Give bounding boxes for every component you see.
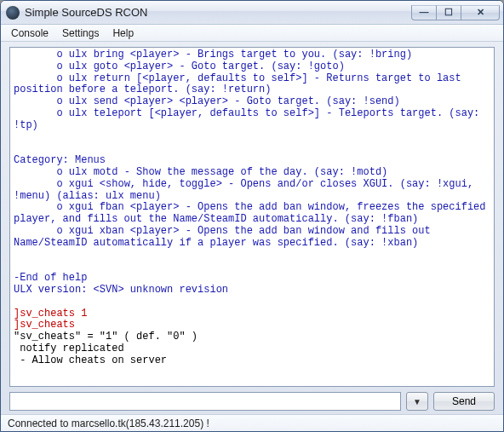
menu-settings[interactable]: Settings bbox=[55, 26, 106, 41]
console-line: o ulx bring <player> - Brings target to … bbox=[14, 49, 490, 61]
console-line bbox=[14, 367, 490, 379]
history-dropdown-button[interactable]: ▼ bbox=[406, 392, 428, 411]
console-line: o ulx motd - Show the message of the day… bbox=[14, 167, 490, 179]
console-line: o xgui <show, hide, toggle> - Opens and/… bbox=[14, 179, 490, 203]
console-line: notify replicated bbox=[14, 343, 490, 355]
input-row: ▼ Send bbox=[9, 392, 495, 411]
send-button[interactable]: Send bbox=[433, 392, 495, 411]
window-title: Simple SourceDS RCON bbox=[25, 6, 412, 19]
console-line: Category: Menus bbox=[14, 155, 490, 167]
content-area: o ulx bring <player> - Brings target to … bbox=[1, 42, 503, 414]
console-line: ]sv_cheats 1 bbox=[14, 308, 490, 320]
minimize-icon: — bbox=[420, 8, 429, 17]
console-line bbox=[14, 297, 490, 308]
console-line bbox=[14, 143, 490, 155]
console-line bbox=[14, 132, 490, 144]
console-line bbox=[14, 261, 490, 273]
console-line: ULX version: <SVN> unknown revision bbox=[14, 285, 490, 297]
status-text: Connected to marcsello.tk(185.43.211.205… bbox=[8, 418, 209, 429]
app-window: Simple SourceDS RCON — ☐ ✕ Console Setti… bbox=[0, 0, 504, 432]
menubar: Console Settings Help bbox=[1, 25, 503, 42]
statusbar: Connected to marcsello.tk(185.43.211.205… bbox=[1, 414, 503, 431]
window-controls: — ☐ ✕ bbox=[412, 5, 500, 20]
menu-help[interactable]: Help bbox=[106, 26, 140, 41]
console-line: - Allow cheats on server bbox=[14, 355, 490, 367]
close-icon: ✕ bbox=[477, 8, 484, 17]
console-line: o ulx send <player> <player> - Goto targ… bbox=[14, 96, 490, 108]
console-line: o ulx goto <player> - Goto target. (say:… bbox=[14, 61, 490, 73]
close-button[interactable]: ✕ bbox=[461, 5, 500, 20]
console-line: o ulx teleport [<player, defaults to sel… bbox=[14, 108, 490, 132]
command-input[interactable] bbox=[9, 392, 401, 411]
console-line: o xgui fban <player> - Opens the add ban… bbox=[14, 202, 490, 226]
app-icon bbox=[6, 6, 20, 20]
titlebar[interactable]: Simple SourceDS RCON — ☐ ✕ bbox=[1, 1, 503, 25]
console-line: -End of help bbox=[14, 273, 490, 285]
console-output[interactable]: o ulx bring <player> - Brings target to … bbox=[9, 47, 495, 387]
console-line: o ulx return [<player, defaults to self>… bbox=[14, 73, 490, 97]
maximize-icon: ☐ bbox=[444, 8, 453, 17]
minimize-button[interactable]: — bbox=[411, 5, 437, 20]
chevron-down-icon: ▼ bbox=[413, 397, 421, 406]
maximize-button[interactable]: ☐ bbox=[436, 5, 461, 20]
console-line: ]sv_cheats bbox=[14, 320, 490, 331]
console-line: o xgui xban <player> - Opens the add ban… bbox=[14, 226, 490, 250]
console-line bbox=[14, 250, 490, 262]
console-line: "sv_cheats" = "1" ( def. "0" ) bbox=[14, 331, 490, 343]
send-button-label: Send bbox=[452, 395, 476, 407]
menu-console[interactable]: Console bbox=[4, 26, 55, 41]
